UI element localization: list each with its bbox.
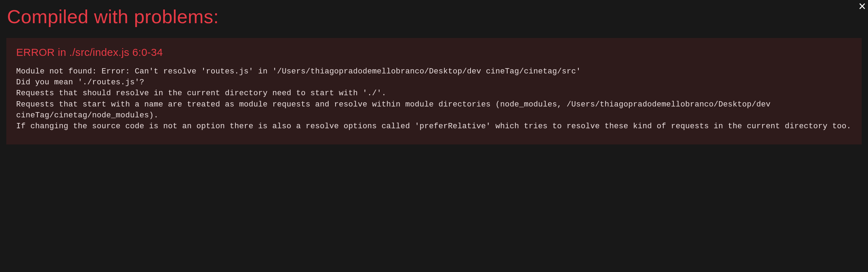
error-title: ERROR in ./src/index.js 6:0-34 xyxy=(16,46,852,58)
error-panel: ERROR in ./src/index.js 6:0-34 Module no… xyxy=(6,38,862,144)
close-button[interactable]: × xyxy=(856,0,868,13)
error-message: Module not found: Error: Can't resolve '… xyxy=(16,66,852,132)
overlay-heading: Compiled with problems: xyxy=(0,0,868,38)
